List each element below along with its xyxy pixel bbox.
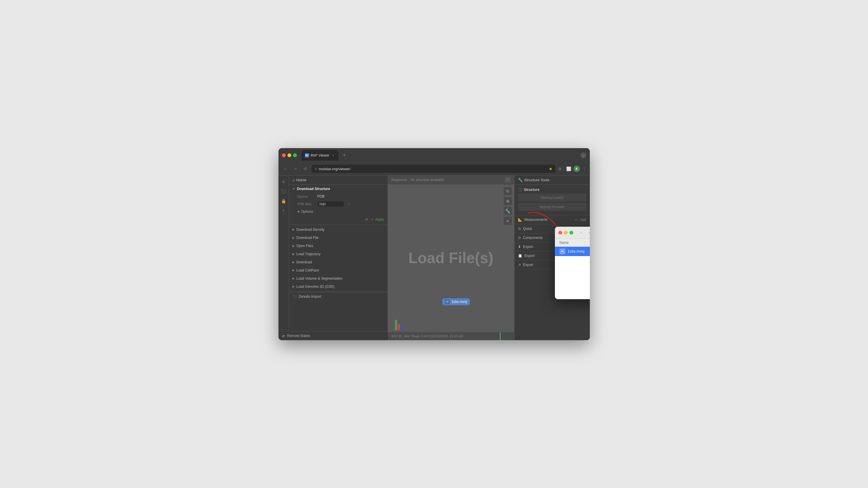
source-row: Source PDB (289, 193, 388, 200)
export1-icon: ⬇ (518, 245, 521, 249)
finder-fullscreen-button[interactable] (569, 231, 573, 235)
pdb-id-input[interactable] (317, 202, 344, 207)
finder-minimize-button[interactable] (564, 231, 568, 235)
settings-icon[interactable]: ≡ (504, 217, 512, 225)
tab-title: Mol* Viewer (311, 153, 330, 157)
more-options-icon[interactable]: ⋮ (582, 166, 586, 171)
tab-close-button[interactable]: × (331, 153, 335, 157)
pdb-more-icon[interactable]: ⋯ (347, 202, 351, 206)
browser-expand-button[interactable]: ⌄ (581, 152, 586, 158)
zenodo-import-section[interactable]: ⬛ Zenodo Import (289, 292, 388, 301)
options-row[interactable]: ▶ Options (289, 208, 388, 215)
fullscreen-button[interactable] (293, 153, 297, 157)
download-section[interactable]: ▶ Download (289, 258, 388, 266)
remote-states-bar: ⇄ Remote States (278, 331, 388, 340)
load-trajectory-section[interactable]: ▶ Load Trajectory (289, 250, 388, 258)
browser-toolbar: ⧉ ⬜ A ⋮ (558, 165, 586, 172)
address-bar: ← → ↺ ⊙ molstar.org/viewer/ ★ ⧉ ⬜ A ⋮ (278, 163, 590, 176)
load-cellpack-label: Load CellPack (297, 268, 319, 272)
download-structure-section[interactable]: ▼ Download Structure (289, 185, 388, 193)
secure-icon: ⊙ (315, 167, 317, 171)
panel-header: ⌂ Home (289, 176, 388, 185)
structure-icon: ⬛ (518, 188, 522, 192)
chart-area (395, 320, 403, 330)
add-icon[interactable]: + (575, 218, 577, 222)
status-bar: 9:07:20 Mol* Plugin 3.43.0 [02/12/2023, … (388, 332, 514, 340)
load-volume-section[interactable]: ▶ Load Volume & Segmentation (289, 274, 388, 282)
download-density-section[interactable]: ▶ Download Density (289, 225, 388, 234)
left-panel: ⌂ Home ▼ Download Structure Source PDB P… (289, 176, 388, 340)
download-label: Download (297, 260, 312, 264)
icon-strip: ⌂ ⬛ 🔒 ? ⇄ (278, 176, 289, 340)
source-value: PDB (317, 194, 384, 199)
window-icon[interactable]: ⬜ (566, 166, 571, 171)
lock-strip-icon[interactable]: 🔒 (280, 197, 287, 205)
zenodo-icon: ⬛ (292, 295, 297, 299)
add-label: Add (581, 218, 586, 221)
help-strip-icon[interactable]: ? (280, 208, 287, 214)
status-plugin-info: Mol* Plugin 3.43.0 [02/12/2023, 21:25:02… (404, 334, 463, 338)
chart-bar-green (395, 320, 397, 330)
url-bar[interactable]: ⊙ molstar.org/viewer/ ★ (312, 165, 556, 173)
rotate-icon[interactable]: ↻ (504, 187, 512, 195)
back-button[interactable]: ← (282, 165, 289, 172)
export2-icon: 📋 (518, 254, 522, 258)
file-row[interactable]: M 1cbs.mvsj 2 KB 20 Dec 2023 at 13:50 (555, 247, 590, 256)
right-panel-title: Structure Tools (524, 178, 549, 182)
active-tab[interactable]: M* Mol* Viewer × (302, 150, 339, 161)
refresh-icon[interactable]: ↺ (365, 217, 368, 222)
viewer-toolbar: ↻ ⊕ 🔧 ≡ (504, 187, 512, 225)
new-tab-button[interactable]: + (341, 152, 348, 159)
apply-button[interactable]: ✓ Apply (371, 217, 384, 221)
extensions-icon[interactable]: ⧉ (558, 166, 561, 172)
download-structure-label: Download Structure (297, 187, 330, 191)
file-type-icon: M (445, 299, 450, 304)
floating-file: M 1cbs.mvsj (442, 298, 470, 305)
export3-icon: ↗ (518, 263, 521, 267)
measurements-section[interactable]: 📐 Measurements + Add (515, 215, 590, 224)
file-icon: M (560, 248, 565, 254)
chevron-right-icon: ▶ (292, 252, 295, 255)
download-file-section[interactable]: ▶ Download File (289, 234, 388, 242)
url-text: molstar.org/viewer/ (319, 167, 547, 171)
apply-row: ↺ ✓ Apply (289, 215, 388, 224)
chevron-right-icon: ▶ (298, 210, 300, 213)
open-files-section[interactable]: ▶ Open Files (289, 242, 388, 250)
sequence-label: Sequence (391, 178, 407, 182)
zoom-icon[interactable]: ⊕ (504, 197, 512, 205)
close-button[interactable] (282, 153, 286, 157)
measure-icon[interactable]: 🔧 (504, 207, 512, 215)
minimize-button[interactable] (287, 153, 291, 157)
profile-badge[interactable]: A (574, 165, 580, 172)
sequence-help-icon[interactable]: ? (505, 177, 511, 183)
forward-button[interactable]: → (292, 165, 299, 172)
name-column-header[interactable]: Name (560, 241, 590, 245)
load-cellpack-section[interactable]: ▶ Load CellPack (289, 266, 388, 274)
measurements-icon: 📐 (518, 218, 522, 222)
status-time: 9:07:20 (391, 334, 402, 338)
viewer-area: Sequence No structure available ? Load F… (388, 176, 514, 340)
finder-back-button[interactable]: ‹ (578, 229, 585, 236)
chevron-right-icon: ▶ (292, 261, 295, 264)
chevron-down-icon: ▼ (292, 187, 296, 190)
pdb-id-row: PDB Id(s) ⋯ (289, 200, 388, 208)
sequence-status: No structure available (410, 178, 444, 182)
refresh-button[interactable]: ↺ (302, 165, 309, 172)
bookmark-icon[interactable]: ★ (549, 166, 553, 171)
load-genome-section[interactable]: ▶ Load Genome 3D (G3D) (289, 282, 388, 291)
quick-label: Quick (523, 227, 532, 231)
browser-chrome: M* Mol* Viewer × + ⌄ (278, 148, 590, 163)
components-icon: ⊙ (518, 236, 521, 240)
pdb-id-label: PDB Id(s) (298, 202, 315, 206)
finder-close-button[interactable] (558, 231, 562, 235)
home-icon: ⌂ (292, 178, 295, 182)
structure-strip-icon[interactable]: ⬛ (280, 188, 287, 195)
load-trajectory-label: Load Trajectory (297, 252, 321, 256)
home-strip-icon[interactable]: ⌂ (280, 178, 287, 185)
finder-forward-button[interactable]: › (586, 229, 590, 236)
traffic-lights (282, 153, 297, 157)
finder-content: M 1cbs.mvsj 2 KB 20 Dec 2023 at 13:50 (555, 247, 590, 299)
browser-window: M* Mol* Viewer × + ⌄ ← → ↺ ⊙ molstar.org… (278, 148, 590, 340)
load-genome-label: Load Genome 3D (G3D) (297, 284, 335, 289)
chevron-right-icon: ▶ (292, 285, 295, 288)
